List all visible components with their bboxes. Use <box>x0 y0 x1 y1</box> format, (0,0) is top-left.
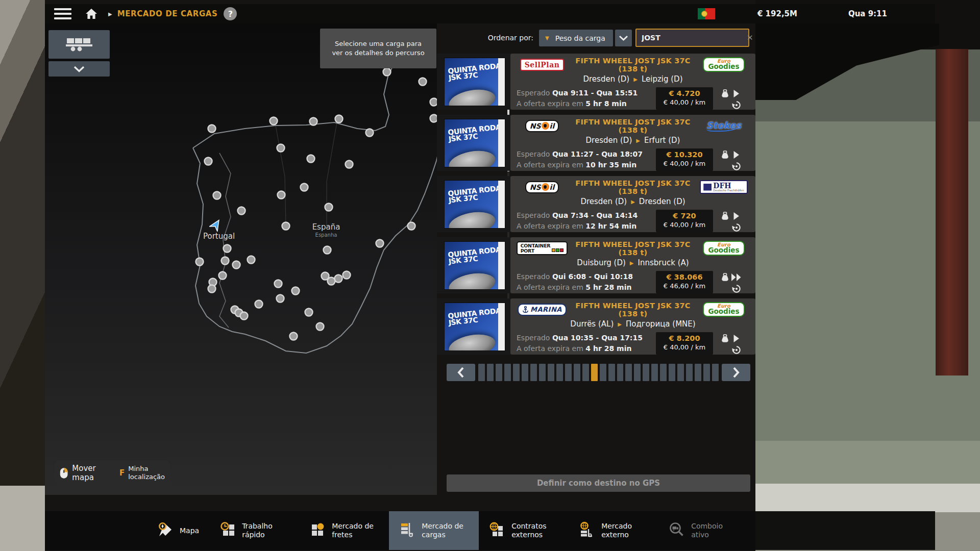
recipient-logo-slot: EuroGoodies <box>697 241 750 256</box>
city-dot <box>335 115 343 123</box>
city-dot <box>196 258 204 266</box>
pagination-bar <box>447 364 750 381</box>
city-dot <box>255 300 263 308</box>
page-segment[interactable] <box>565 364 572 381</box>
page-segment[interactable] <box>643 364 649 381</box>
cargo-price: € 4.720 <box>656 89 713 97</box>
fifth-wheel-graphic <box>447 331 497 351</box>
expira-label: A oferta expira em <box>517 161 583 169</box>
page-segment[interactable] <box>608 364 615 381</box>
expira-label: A oferta expira em <box>517 99 583 108</box>
nav-external-contracts[interactable]: Contratos externos <box>479 511 569 550</box>
cargo-card[interactable]: CONTAINERPORT FIFTH WHEEL JOST JSK 37C (… <box>510 237 755 293</box>
nav-quick-job[interactable]: Trabalho rápido <box>209 511 299 550</box>
page-segment[interactable] <box>695 364 701 381</box>
chevron-right-icon <box>732 367 740 378</box>
cargo-thumbnail[interactable]: QUINTA RODA JSK 37C <box>437 237 510 293</box>
f-key-hint: F <box>119 468 125 478</box>
nav-freight-market[interactable]: Mercado de fretes <box>299 511 389 550</box>
page-segment[interactable] <box>539 364 546 381</box>
cargo-price: € 38.066 <box>656 273 713 281</box>
city-dot <box>224 245 231 253</box>
page-segment[interactable] <box>556 364 563 381</box>
nav-cargo-market[interactable]: Mercado de cargas <box>389 511 479 550</box>
page-segment[interactable] <box>677 364 684 381</box>
cargo-card[interactable]: NSil FIFTH WHEEL JOST JSK 37C (138 t) St… <box>510 115 755 171</box>
page-segment[interactable] <box>478 364 485 381</box>
cargo-card[interactable]: SellPlan FIFTH WHEEL JOST JSK 37C (138 t… <box>510 54 755 110</box>
page-segment[interactable] <box>513 364 520 381</box>
city-dot <box>213 192 221 199</box>
eurogoodies-logo: EuroGoodies <box>703 302 744 317</box>
cargo-row[interactable]: QUINTA RODA JSK 37C NSil FIFTH WHEEL JOS… <box>437 176 755 232</box>
help-button[interactable]: ? <box>224 7 237 20</box>
cargo-route: Dresden (D)▶Leipzig (D) <box>510 74 755 84</box>
cargo-row[interactable]: QUINTA RODA JSK 37C CONTAINERPORT FIFTH … <box>437 237 755 293</box>
page-segment[interactable] <box>582 364 589 381</box>
page-segment[interactable] <box>600 364 606 381</box>
page-segment[interactable] <box>530 364 537 381</box>
nav-convoy[interactable]: Comboio ativo <box>658 511 748 550</box>
page-segment[interactable] <box>522 364 528 381</box>
nav-map[interactable]: Mapa <box>147 511 209 550</box>
page-segment[interactable] <box>496 364 502 381</box>
trailer-selector-button[interactable] <box>48 30 110 59</box>
weight-icon <box>721 151 729 162</box>
set-gps-destination-button[interactable]: Definir como destino no GPS <box>447 474 750 492</box>
cargo-card[interactable]: MARINA FIFTH WHEEL JOST JSK 37C (138 t) … <box>510 298 755 355</box>
home-icon <box>85 8 97 19</box>
route-arrow-icon: ▶ <box>636 138 640 143</box>
urgency-icon <box>733 151 740 161</box>
city-dot <box>275 280 282 288</box>
city-dot <box>292 287 300 295</box>
page-segment[interactable] <box>660 364 667 381</box>
cargo-card[interactable]: NSil FIFTH WHEEL JOST JSK 37C (138 t) DF… <box>510 176 755 232</box>
page-segment[interactable] <box>574 364 580 381</box>
price-box: € 8.200 € 40,00 / km <box>656 332 713 355</box>
cargo-row[interactable]: QUINTA RODA JSK 37C SellPlan FIFTH WHEEL… <box>437 54 755 110</box>
delivery-window: Qua 7:34 - Qua 14:14 <box>552 211 638 219</box>
cargo-row[interactable]: QUINTA RODA JSK 37C NSil FIFTH WHEEL JOS… <box>437 115 755 171</box>
page-segment[interactable] <box>625 364 632 381</box>
cargo-thumbnail[interactable]: QUINTA RODA JSK 37C <box>437 115 510 171</box>
menu-icon[interactable] <box>54 8 71 19</box>
page-segment[interactable] <box>504 364 511 381</box>
page-segment[interactable] <box>617 364 624 381</box>
city-dot <box>325 204 333 211</box>
cargo-row[interactable]: QUINTA RODA JSK 37C MARINA FIFTH WHEEL J… <box>437 298 755 355</box>
price-box: € 720 € 40,00 / km <box>656 210 713 232</box>
sender-logo-slot: CONTAINERPORT <box>516 241 569 255</box>
page-segment[interactable] <box>487 364 494 381</box>
game-time: Qua 9:11 <box>826 4 887 23</box>
price-box: € 4.720 € 40,00 / km <box>656 87 713 110</box>
cargo-thumbnail[interactable]: QUINTA RODA JSK 37C <box>437 176 510 232</box>
page-segment-active[interactable] <box>591 364 598 381</box>
cargo-thumbnail[interactable]: QUINTA RODA JSK 37C <box>437 54 510 110</box>
trailer-collapse-button[interactable] <box>48 61 110 77</box>
page-segment[interactable] <box>686 364 693 381</box>
page-segment[interactable] <box>634 364 641 381</box>
esperado-label: Esperado <box>517 211 550 219</box>
city-dot <box>208 285 216 293</box>
next-page-button[interactable] <box>722 364 750 381</box>
page-segment[interactable] <box>548 364 554 381</box>
city-dot <box>290 333 298 340</box>
page-segment[interactable] <box>669 364 675 381</box>
nav-external-market[interactable]: Mercado externo <box>569 511 658 550</box>
my-location-hint: Minha localização <box>128 465 165 481</box>
cargo-thumbnail-image: QUINTA RODA JSK 37C <box>444 180 505 229</box>
page-segment[interactable] <box>703 364 710 381</box>
garage-wall-left <box>0 0 45 551</box>
expires-in: 12 hr 54 min <box>585 222 636 230</box>
weight-icon <box>721 89 729 101</box>
city-dot <box>346 161 353 168</box>
prev-page-button[interactable] <box>447 364 475 381</box>
cargo-thumbnail[interactable]: QUINTA RODA JSK 37C <box>437 298 510 355</box>
page-segment[interactable] <box>712 364 719 381</box>
expires-in: 4 hr 28 min <box>585 344 631 353</box>
cargo-thumbnail-image: QUINTA RODA JSK 37C <box>444 119 505 167</box>
map-panel[interactable]: Portugal España Espanha Selecione uma ca… <box>45 23 437 495</box>
page-segment[interactable] <box>651 364 658 381</box>
esperado-label: Esperado <box>517 89 550 97</box>
home-button[interactable] <box>83 7 100 21</box>
